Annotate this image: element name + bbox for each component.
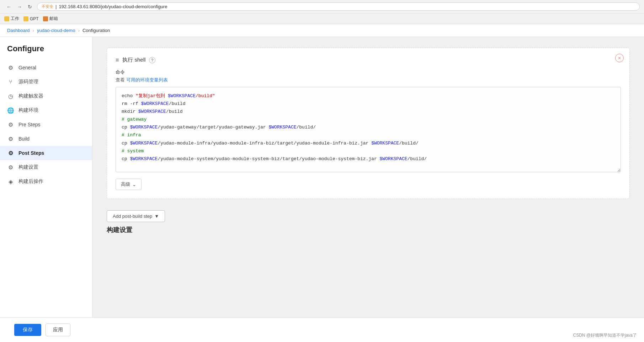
page-content: Dashboard › yudao-cloud-demo › Configura… bbox=[0, 24, 644, 342]
build-settings-heading: 构建设置 bbox=[107, 226, 630, 234]
advanced-toggle-button[interactable]: 高级 ⌄ bbox=[116, 179, 142, 190]
card-help-button[interactable]: ? bbox=[149, 57, 155, 63]
save-button[interactable]: 保存 bbox=[14, 324, 41, 336]
breadcrumb-current: Configuration bbox=[83, 28, 110, 33]
add-post-build-step-button[interactable]: Add post-build step ▼ bbox=[107, 210, 165, 222]
poststeps-icon: ⚙ bbox=[7, 149, 14, 157]
sidebar-item-settings-label: 构建设置 bbox=[18, 164, 38, 170]
bookmark-mail[interactable]: 邮箱 bbox=[43, 16, 58, 22]
sidebar-item-presteps-label: Pre Steps bbox=[18, 122, 40, 127]
browser-chrome: ← → ↻ 不安全 | 192.168.43.61:8080/job/yudao… bbox=[0, 0, 644, 14]
env-variables-link[interactable]: 可用的环境变量列表 bbox=[126, 77, 168, 83]
dropdown-arrow-icon: ▼ bbox=[154, 214, 159, 219]
sidebar-item-env[interactable]: 🌐 构建环境 bbox=[0, 103, 92, 117]
sidebar: Configure ⚙ General ⑂ 源码管理 ◷ 构建触发器 🌐 构建环… bbox=[0, 37, 92, 317]
sidebar-item-settings[interactable]: ⚙ 构建设置 bbox=[0, 160, 92, 174]
sidebar-item-env-label: 构建环境 bbox=[18, 107, 38, 114]
sidebar-item-trigger[interactable]: ◷ 构建触发器 bbox=[0, 89, 92, 103]
cmd-label: 命令 bbox=[116, 69, 621, 75]
bookmark-mail-icon bbox=[43, 16, 48, 21]
main-area: ≡ 执行 shell ? × 命令 查看 可用的环境变量列表 echo "复制j… bbox=[92, 37, 644, 317]
bookmark-mail-label: 邮箱 bbox=[49, 16, 58, 22]
advanced-label: 高级 bbox=[121, 181, 130, 188]
sidebar-item-trigger-label: 构建触发器 bbox=[18, 93, 43, 99]
env-link-text: 查看 可用的环境变量列表 bbox=[116, 77, 621, 83]
close-button[interactable]: × bbox=[615, 54, 624, 62]
sidebar-item-postbuild-label: 构建后操作 bbox=[18, 178, 43, 185]
add-step-label: Add post-build step bbox=[113, 214, 152, 219]
sidebar-item-postbuild[interactable]: ◈ 构建后操作 bbox=[0, 174, 92, 189]
code-editor[interactable]: echo "复制jar包到 $WORKSPACE/build"rm -rf $W… bbox=[116, 87, 621, 172]
sidebar-item-build[interactable]: ⚙ Build bbox=[0, 132, 92, 146]
breadcrumb-sep-1: › bbox=[33, 28, 34, 33]
breadcrumb-project[interactable]: yudao-cloud-demo bbox=[37, 28, 75, 33]
forward-button[interactable]: → bbox=[15, 3, 24, 10]
presteps-icon: ⚙ bbox=[7, 121, 14, 128]
sidebar-item-general[interactable]: ⚙ General bbox=[0, 60, 92, 75]
nav-buttons: ← → ↻ bbox=[4, 3, 34, 10]
advanced-section: 高级 ⌄ bbox=[116, 179, 621, 190]
sidebar-item-presteps[interactable]: ⚙ Pre Steps bbox=[0, 117, 92, 132]
postbuild-icon: ◈ bbox=[7, 178, 14, 185]
breadcrumb: Dashboard › yudao-cloud-demo › Configura… bbox=[0, 24, 644, 37]
card-header: ≡ 执行 shell ? bbox=[116, 57, 621, 63]
sidebar-item-build-label: Build bbox=[18, 136, 30, 142]
reload-button[interactable]: ↻ bbox=[26, 3, 34, 10]
bookmark-gpt-label: GPT bbox=[30, 16, 39, 21]
sidebar-item-source[interactable]: ⑂ 源码管理 bbox=[0, 75, 92, 89]
sidebar-item-poststeps-label: Post Steps bbox=[18, 150, 44, 156]
card-menu-icon[interactable]: ≡ bbox=[116, 57, 119, 63]
source-icon: ⑂ bbox=[7, 78, 14, 85]
bookmarks-bar: 工作 GPT 邮箱 bbox=[0, 14, 644, 24]
security-warning: 不安全 bbox=[42, 4, 53, 9]
bookmark-work-label: 工作 bbox=[11, 16, 19, 22]
bottom-bar: 保存 应用 bbox=[0, 317, 644, 342]
settings-icon: ⚙ bbox=[7, 164, 14, 171]
main-layout: Configure ⚙ General ⑂ 源码管理 ◷ 构建触发器 🌐 构建环… bbox=[0, 37, 644, 317]
bookmark-gpt[interactable]: GPT bbox=[23, 16, 39, 21]
sidebar-item-source-label: 源码管理 bbox=[18, 79, 38, 85]
card-title: 执行 shell bbox=[122, 57, 145, 63]
chevron-down-icon: ⌄ bbox=[132, 182, 136, 187]
bookmark-work[interactable]: 工作 bbox=[4, 16, 19, 22]
sidebar-item-poststeps[interactable]: ⚙ Post Steps bbox=[0, 146, 92, 160]
trigger-icon: ◷ bbox=[7, 93, 14, 100]
breadcrumb-sep-2: › bbox=[78, 28, 80, 33]
bookmark-gpt-icon bbox=[23, 16, 28, 21]
apply-button[interactable]: 应用 bbox=[46, 323, 70, 336]
address-bar[interactable]: 不安全 | 192.168.43.61:8080/job/yudao-cloud… bbox=[37, 2, 640, 11]
build-icon: ⚙ bbox=[7, 135, 14, 142]
gear-icon: ⚙ bbox=[7, 64, 14, 71]
url-text: 192.168.43.61:8080/job/yudao-cloud-demo/… bbox=[59, 4, 167, 9]
sidebar-title: Configure bbox=[0, 44, 92, 60]
watermark: CSDN @好饿啊早知道不学java了 bbox=[573, 332, 637, 338]
sidebar-item-general-label: General bbox=[18, 65, 36, 70]
bookmark-work-icon bbox=[4, 16, 9, 21]
breadcrumb-dashboard[interactable]: Dashboard bbox=[7, 28, 30, 33]
globe-icon: 🌐 bbox=[7, 107, 14, 114]
back-button[interactable]: ← bbox=[4, 3, 14, 10]
step-card: ≡ 执行 shell ? × 命令 查看 可用的环境变量列表 echo "复制j… bbox=[107, 48, 630, 199]
